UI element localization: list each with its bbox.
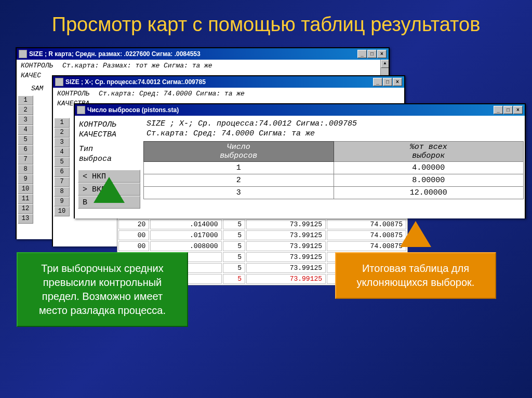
table-row: 00.008000573.9912574.00875 — [118, 241, 406, 251]
arrow-green-icon — [94, 177, 125, 203]
table-row: 14.00000 — [144, 161, 524, 174]
row-number[interactable]: 7 — [54, 177, 70, 187]
label-kachestva: КАЧЕСТВА — [79, 130, 143, 140]
label-kontrol: КОНТРОЛЬ — [79, 120, 143, 130]
info-line-2: Ст.карта: Сред: 74.0000 Сигма: та же — [99, 90, 245, 98]
maximize-button[interactable]: □ — [503, 106, 513, 114]
row-number[interactable]: 7 — [18, 155, 33, 164]
maximize-button[interactable]: □ — [367, 50, 377, 58]
row-number[interactable]: 12 — [18, 204, 33, 214]
row-number[interactable]: 1 — [18, 95, 33, 105]
minimize-button[interactable]: _ — [494, 106, 503, 114]
row-number[interactable]: 9 — [54, 197, 70, 207]
row-number[interactable]: 3 — [54, 138, 70, 147]
label-sam: SAM — [21, 85, 43, 92]
row-number[interactable]: 5 — [54, 157, 70, 167]
table-row: 28.00000 — [144, 174, 524, 186]
table-row: 00.017000573.9912574.00875 — [118, 230, 406, 240]
app-icon — [55, 78, 63, 86]
table-row: 20.014000573.9912574.00875 — [118, 219, 406, 229]
callout-green: Три выборочных средних превысили контрол… — [17, 252, 188, 327]
header-line-1: SIZE ; X-; Ср. процесса:74.0012 Сигма:.0… — [147, 119, 521, 129]
row-number[interactable]: 4 — [54, 147, 70, 157]
slide-title: Просмотр карт с помощью таблиц результат… — [0, 0, 532, 42]
titlebar-1[interactable]: SIZE ; R карта; Средн. размах: .0227600 … — [17, 48, 389, 60]
close-button[interactable]: × — [393, 78, 402, 86]
row-number[interactable]: 2 — [54, 128, 70, 138]
row-number[interactable]: 4 — [18, 125, 33, 135]
row-number[interactable]: 11 — [18, 194, 33, 204]
row-number[interactable]: 3 — [18, 115, 33, 125]
title-text-1: SIZE ; R карта; Средн. размах: .0227600 … — [29, 50, 357, 58]
close-button[interactable]: × — [513, 106, 523, 114]
row-number[interactable]: 8 — [18, 164, 33, 174]
titlebar-2[interactable]: SIZE ; X-; Ср. процесса:74.0012 Сигма:.0… — [53, 76, 404, 88]
row-number[interactable]: 1 — [54, 118, 70, 128]
col-header-percent[interactable]: %от всех выборок — [334, 141, 524, 161]
label-vybrosa: выброса — [79, 154, 143, 164]
window-outliers[interactable]: Число выбросов (pistons.sta) _ □ × КОНТР… — [74, 103, 526, 218]
label-tip: Тип — [79, 144, 143, 155]
row-number[interactable]: 13 — [18, 214, 33, 224]
minimize-button[interactable]: _ — [357, 50, 367, 58]
row-number[interactable]: 10 — [18, 184, 33, 194]
row-number[interactable]: 5 — [18, 135, 33, 145]
row-number[interactable]: 8 — [54, 187, 70, 197]
table-row: 312.00000 — [144, 186, 524, 199]
maximize-button[interactable]: □ — [383, 78, 392, 86]
minimize-button[interactable]: _ — [373, 78, 382, 86]
info-line-1: Ст.карта: Размах: тот же Сигма: та же — [62, 62, 212, 70]
close-button[interactable]: × — [377, 50, 387, 58]
scroll-up-button[interactable]: ▲ — [381, 60, 389, 68]
row-number[interactable]: 6 — [18, 145, 33, 155]
arrow-orange-icon — [400, 221, 431, 247]
header-line-2: Ст.карта: Сред: 74.0000 Сигма: та же — [147, 129, 521, 139]
row-number[interactable]: 2 — [18, 105, 33, 115]
row-number[interactable]: 6 — [54, 167, 70, 177]
col-header-count[interactable]: Число выбросов — [144, 141, 334, 161]
callout-orange: Итоговая таблица для уклоняющихся выборо… — [335, 252, 496, 299]
row-number[interactable]: 9 — [18, 174, 33, 184]
row-number[interactable]: 10 — [54, 207, 70, 216]
label-kontrol: КОНТРОЛЬ — [21, 62, 62, 70]
title-text-2: SIZE ; X-; Ср. процесса:74.0012 Сигма:.0… — [65, 78, 373, 86]
label-kontrol: КОНТРОЛЬ — [57, 90, 99, 98]
title-text-3: Число выбросов (pistons.sta) — [87, 106, 493, 114]
app-icon — [19, 50, 27, 58]
titlebar-3[interactable]: Число выбросов (pistons.sta) _ □ × — [75, 104, 525, 116]
app-icon — [77, 106, 85, 114]
